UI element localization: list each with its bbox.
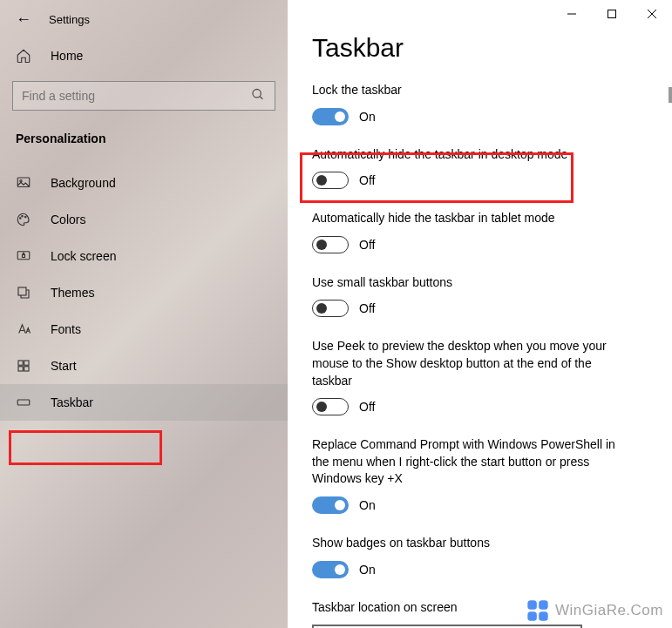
- setting-label: Lock the taskbar: [312, 82, 635, 99]
- toggle-lock-taskbar[interactable]: [312, 108, 349, 125]
- toggle-state: On: [359, 110, 376, 124]
- sidebar-item-label: Fonts: [51, 322, 81, 336]
- toggle-powershell[interactable]: [312, 496, 349, 514]
- setting-small-buttons: Use small taskbar buttons Off: [312, 274, 648, 318]
- setting-label: Automatically hide the taskbar in deskto…: [312, 146, 635, 164]
- svg-point-6: [25, 216, 27, 218]
- svg-rect-14: [17, 400, 30, 405]
- setting-peek: Use Peek to preview the desktop when you…: [312, 338, 648, 415]
- home-icon: [16, 48, 31, 64]
- toggle-state: Off: [359, 238, 375, 252]
- nav-home-label: Home: [51, 49, 83, 63]
- setting-lock-taskbar: Lock the taskbar On: [312, 82, 648, 125]
- sidebar-item-background[interactable]: Background: [0, 165, 288, 201]
- setting-label: Use small taskbar buttons: [312, 274, 635, 292]
- window-controls: [288, 0, 672, 28]
- toggle-badges[interactable]: [312, 561, 349, 578]
- search-input[interactable]: [12, 81, 275, 111]
- sidebar-item-taskbar[interactable]: Taskbar: [0, 384, 288, 421]
- nav-home[interactable]: Home: [0, 36, 288, 76]
- toggle-state: Off: [359, 301, 375, 315]
- fonts-icon: [16, 321, 31, 337]
- start-icon: [16, 358, 31, 374]
- toggle-small-buttons[interactable]: [312, 300, 349, 317]
- toggle-peek[interactable]: [312, 398, 349, 415]
- page-title: Taskbar: [312, 33, 648, 63]
- back-arrow-icon[interactable]: ←: [16, 10, 31, 29]
- setting-label: Replace Command Prompt with Windows Powe…: [312, 436, 635, 488]
- windows-logo-icon: [526, 598, 550, 623]
- svg-rect-11: [24, 361, 29, 365]
- scrollbar[interactable]: [669, 87, 672, 103]
- toggle-autohide-desktop[interactable]: [312, 172, 349, 189]
- category-label: Personalization: [0, 123, 288, 159]
- nav-list: Background Colors Lock screen Themes Fon…: [0, 165, 288, 421]
- sidebar-item-label: Colors: [51, 213, 85, 226]
- setting-label: Show badges on taskbar buttons: [312, 535, 635, 552]
- svg-rect-16: [608, 10, 616, 18]
- svg-rect-19: [527, 600, 537, 610]
- svg-point-4: [20, 218, 22, 219]
- image-icon: [16, 175, 31, 191]
- watermark-text: WinGiaRe.Com: [555, 602, 663, 619]
- svg-rect-8: [23, 255, 25, 258]
- sidebar-item-lock-screen[interactable]: Lock screen: [0, 238, 288, 274]
- search-icon: [251, 88, 265, 105]
- svg-rect-21: [527, 611, 537, 621]
- setting-badges: Show badges on taskbar buttons On: [312, 535, 648, 578]
- setting-autohide-tablet: Automatically hide the taskbar in tablet…: [312, 210, 648, 253]
- dropdown-taskbar-location[interactable]: Bottom ∨: [312, 625, 582, 628]
- sidebar-item-label: Background: [51, 176, 116, 190]
- svg-rect-13: [24, 367, 29, 371]
- toggle-state: Off: [359, 400, 375, 414]
- maximize-button[interactable]: [592, 0, 632, 28]
- main-panel: Taskbar Lock the taskbar On Automaticall…: [288, 0, 672, 628]
- minimize-button[interactable]: [552, 0, 592, 28]
- window-title: Settings: [49, 13, 90, 26]
- sidebar-item-start[interactable]: Start: [0, 348, 288, 384]
- palette-icon: [16, 212, 31, 227]
- setting-powershell: Replace Command Prompt with Windows Powe…: [312, 436, 648, 514]
- toggle-autohide-tablet[interactable]: [312, 236, 349, 253]
- sidebar-item-label: Themes: [51, 286, 95, 300]
- lock-screen-icon: [16, 248, 31, 264]
- setting-autohide-desktop: Automatically hide the taskbar in deskto…: [312, 146, 648, 190]
- svg-rect-20: [539, 600, 548, 610]
- svg-line-1: [260, 97, 262, 99]
- setting-label: Use Peek to preview the desktop when you…: [312, 338, 635, 389]
- svg-rect-22: [539, 611, 548, 621]
- svg-rect-12: [18, 367, 23, 371]
- svg-rect-9: [18, 287, 26, 295]
- svg-point-0: [253, 90, 261, 98]
- close-button[interactable]: [632, 0, 672, 28]
- sidebar-item-label: Start: [51, 359, 77, 373]
- sidebar-item-fonts[interactable]: Fonts: [0, 311, 288, 348]
- svg-rect-10: [18, 361, 23, 365]
- themes-icon: [16, 285, 31, 300]
- sidebar: ← Settings Home Personalization Backgrou…: [0, 0, 288, 628]
- sidebar-item-colors[interactable]: Colors: [0, 201, 288, 238]
- watermark: WinGiaRe.Com: [526, 598, 663, 623]
- toggle-state: On: [359, 563, 376, 577]
- highlight-box-sidebar: [9, 430, 162, 465]
- sidebar-item-label: Taskbar: [51, 395, 93, 409]
- taskbar-icon: [16, 395, 31, 410]
- sidebar-item-label: Lock screen: [51, 249, 116, 263]
- setting-label: Automatically hide the taskbar in tablet…: [312, 210, 635, 227]
- sidebar-item-themes[interactable]: Themes: [0, 274, 288, 311]
- svg-point-5: [22, 216, 24, 218]
- toggle-state: Off: [359, 173, 375, 187]
- toggle-state: On: [359, 498, 376, 512]
